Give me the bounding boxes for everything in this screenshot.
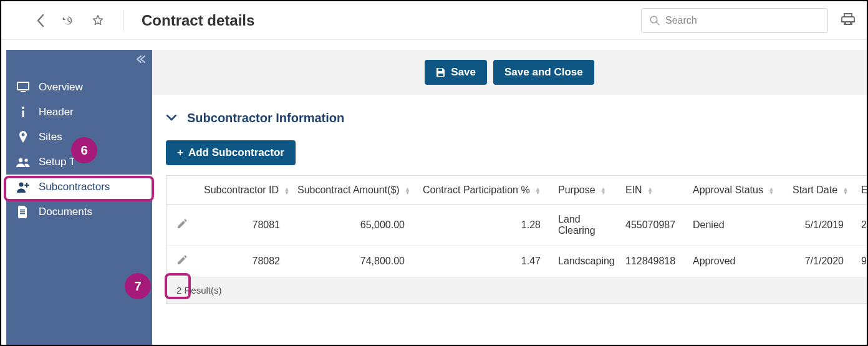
table-footer: 2 Result(s) (166, 277, 867, 304)
col-end[interactable]: En (855, 176, 867, 205)
back-icon[interactable] (36, 14, 45, 27)
sort-icon: ▲▼ (535, 187, 541, 195)
cell-status: Denied (687, 205, 786, 246)
table-row: 78082 74,800.00 1.47 Landscaping 1128498… (166, 246, 867, 277)
top-bar: Contract details (1, 1, 867, 40)
edit-row-icon[interactable] (176, 257, 188, 267)
users-icon (16, 157, 30, 167)
svg-line-1 (656, 22, 659, 25)
col-start[interactable]: Start Date ▲▼ (786, 176, 855, 205)
cell-start: 5/1/2019 (786, 205, 855, 246)
pin-icon (16, 131, 30, 143)
svg-rect-10 (20, 211, 25, 213)
sidebar-item-setup[interactable]: Setup T (6, 150, 152, 175)
svg-rect-2 (17, 82, 29, 90)
sidebar-item-header[interactable]: Header (6, 100, 152, 125)
collapse-icon[interactable] (136, 55, 146, 65)
cell-status: Approved (687, 246, 786, 277)
sidebar-item-documents[interactable]: Documents (6, 199, 152, 224)
edit-row-icon[interactable] (176, 221, 188, 231)
sidebar: Overview Header Sites Setup T (6, 50, 152, 345)
save-close-label: Save and Close (504, 66, 583, 79)
col-ein[interactable]: EIN ▲▼ (619, 176, 687, 205)
sort-icon: ▲▼ (842, 187, 848, 195)
cell-id: 78081 (198, 205, 291, 246)
cell-purpose: Land Clearing (552, 205, 619, 246)
cell-start: 7/1/2020 (786, 246, 855, 277)
monitor-icon (16, 82, 30, 93)
cell-amount: 65,000.00 (291, 205, 416, 246)
file-icon (16, 206, 30, 218)
search-icon (649, 15, 660, 26)
sidebar-item-label: Header (39, 106, 74, 118)
svg-point-8 (19, 183, 24, 187)
col-subcontractor-id[interactable]: Subcontractor ID ▲▼ (198, 176, 291, 205)
sidebar-item-label: Overview (39, 81, 83, 94)
col-amount[interactable]: Subcontract Amount($) ▲▼ (291, 176, 416, 205)
info-icon (16, 106, 30, 118)
cell-end: 9 (855, 246, 867, 277)
cell-participation: 1.28 (416, 205, 552, 246)
cell-amount: 74,800.00 (291, 246, 416, 277)
sidebar-item-overview[interactable]: Overview (6, 75, 152, 100)
search-field[interactable] (665, 15, 820, 26)
save-button[interactable]: Save (425, 60, 487, 85)
save-icon (436, 67, 446, 77)
svg-point-6 (19, 158, 22, 162)
plus-icon: + (177, 147, 183, 159)
cell-end: 2 (855, 205, 867, 246)
sort-icon: ▲▼ (600, 187, 606, 195)
svg-rect-5 (22, 110, 24, 117)
divider (123, 10, 124, 31)
sidebar-item-subcontractors[interactable]: Subcontractors (6, 175, 152, 199)
page-title: Contract details (142, 12, 254, 29)
svg-point-4 (22, 107, 24, 109)
save-label: Save (451, 66, 476, 79)
add-subcontractor-button[interactable]: + Add Subcontractor (166, 140, 296, 165)
col-status[interactable]: Approval Status ▲▼ (687, 176, 786, 205)
sidebar-item-label: Documents (39, 206, 92, 218)
cell-id: 78082 (198, 246, 291, 277)
cell-purpose: Landscaping (552, 246, 619, 277)
table-header-row: Subcontractor ID ▲▼ Subcontract Amount($… (166, 176, 867, 205)
history-icon[interactable] (61, 14, 75, 27)
section-title: Subcontractor Information (187, 111, 344, 125)
top-icon-group (36, 14, 105, 27)
cell-ein: 455070987 (619, 205, 687, 246)
save-close-button[interactable]: Save and Close (493, 60, 594, 85)
section-heading: Subcontractor Information (152, 95, 867, 130)
search-input[interactable] (641, 8, 828, 33)
sort-icon: ▲▼ (647, 187, 653, 195)
cell-participation: 1.47 (416, 246, 552, 277)
sort-icon: ▲▼ (405, 187, 410, 195)
user-plus-icon (16, 181, 30, 193)
col-purpose[interactable]: Purpose ▲▼ (552, 176, 619, 205)
action-bar: Save Save and Close (152, 50, 867, 95)
sidebar-item-label: Subcontractors (39, 181, 110, 193)
svg-rect-11 (20, 213, 25, 214)
cell-ein: 112849818 (619, 246, 687, 277)
print-icon[interactable] (841, 12, 856, 29)
sidebar-item-label: Sites (39, 131, 62, 143)
content-pane: Save Save and Close Subcontractor Inform… (152, 40, 867, 345)
add-subcontractor-label: Add Subcontractor (188, 147, 284, 159)
sidebar-item-sites[interactable]: Sites (6, 125, 152, 150)
chevron-down-icon[interactable] (166, 113, 177, 123)
sidebar-item-label: Setup T (39, 156, 75, 168)
svg-point-7 (24, 158, 27, 161)
subcontractor-table: Subcontractor ID ▲▼ Subcontract Amount($… (166, 175, 867, 304)
star-icon[interactable] (91, 14, 105, 27)
svg-rect-9 (20, 209, 25, 211)
sort-icon: ▲▼ (284, 187, 290, 195)
sort-icon: ▲▼ (768, 187, 774, 195)
table-row: 78081 65,000.00 1.28 Land Clearing 45507… (166, 205, 867, 246)
col-participation[interactable]: Contract Participation % ▲▼ (416, 176, 552, 205)
